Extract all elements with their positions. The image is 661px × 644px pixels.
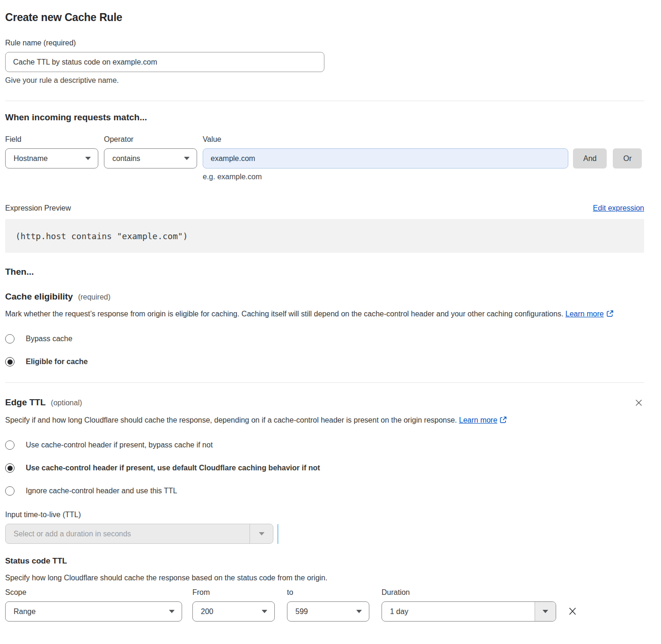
cache-eligibility-description-text: Mark whether the request’s response from… [5,310,563,318]
section-divider [5,382,644,383]
status-code-ttl-description: Specify how long Cloudflare should cache… [5,574,644,582]
value-label: Value [203,135,568,144]
radio-selected-icon [5,463,15,473]
radio-eligible-for-cache-label: Eligible for cache [26,358,88,366]
value-helper: e.g. example.com [203,173,568,181]
external-link-icon [499,416,507,424]
chevron-down-icon [184,157,190,160]
expression-code: (http.host contains "example.com") [15,231,188,241]
chevron-down-icon [356,610,362,613]
page-title: Create new Cache Rule [5,11,644,24]
radio-icon [5,440,15,450]
cache-eligibility-required-tag: (required) [78,293,110,301]
cache-eligibility-header: Cache eligibility (required) [5,292,644,302]
chevron-down-icon [169,610,175,613]
field-select[interactable]: Hostname [5,148,98,168]
scope-select[interactable]: Range [5,601,182,622]
section-divider [5,101,644,101]
value-input[interactable] [203,148,568,168]
rule-name-input[interactable] [5,52,324,72]
radio-icon [5,334,15,344]
expression-preview-row: Expression Preview Edit expression [5,204,644,212]
radio-bypass-cache-label: Bypass cache [26,335,73,343]
and-button[interactable]: And [573,148,607,168]
edge-ttl-close-button[interactable] [633,397,644,408]
ttl-duration-dropdown-toggle[interactable] [250,524,273,543]
remove-icon [567,606,578,616]
operator-label: Operator [104,135,197,144]
from-select[interactable]: 200 [192,601,275,622]
remove-status-ttl-button[interactable] [566,605,579,617]
edge-ttl-heading: Edge TTL [5,397,46,408]
focus-cursor-bar [277,524,279,544]
status-code-ttl-row: Scope Range From 200 to 599 Duration 1 d… [5,588,644,622]
then-heading: Then... [5,267,644,277]
or-button[interactable]: Or [613,148,642,168]
chevron-down-icon [85,157,91,160]
edge-ttl-optional-tag: (optional) [51,399,82,407]
radio-bypass-cache[interactable]: Bypass cache [5,334,73,344]
radio-ignore-header-use-ttl[interactable]: Ignore cache-control header and use this… [5,486,177,496]
radio-use-header-bypass-if-not[interactable]: Use cache-control header if present, byp… [5,440,213,450]
operator-select[interactable]: contains [104,148,197,168]
duration-select[interactable]: 1 day [382,601,556,622]
chevron-down-icon [262,610,267,613]
expression-preview-label: Expression Preview [5,204,71,212]
match-heading: When incoming requests match... [5,112,644,123]
to-label: to [287,588,369,597]
radio-use-header-bypass-if-not-label: Use cache-control header if present, byp… [26,441,213,449]
ttl-input-label: Input time-to-live (TTL) [5,511,644,519]
duration-label: Duration [382,588,556,597]
from-label: From [192,588,275,597]
rule-name-label: Rule name (required) [5,39,644,47]
cache-eligibility-heading: Cache eligibility [5,292,73,302]
duration-dropdown-toggle[interactable] [535,602,556,621]
external-link-icon [606,310,614,317]
to-select[interactable]: 599 [287,601,369,622]
edge-ttl-description-text: Specify if and how long Cloudflare shoul… [5,416,457,424]
field-label: Field [5,135,98,144]
edge-ttl-header: Edge TTL (optional) [5,397,644,408]
scope-select-value: Range [14,607,36,616]
expression-code-block: (http.host contains "example.com") [5,219,644,253]
operator-select-value: contains [112,154,140,163]
radio-ignore-header-use-ttl-label: Ignore cache-control header and use this… [26,487,177,495]
from-select-value: 200 [201,607,213,616]
close-icon [634,398,643,407]
rule-name-group: Rule name (required) Give your rule a de… [5,39,644,85]
ttl-input-row: Select or add a duration in seconds [5,524,644,544]
match-expression-row: Field Hostname Operator contains Value e… [5,135,644,181]
radio-icon [5,486,15,496]
rule-name-helper: Give your rule a descriptive name. [5,76,644,85]
status-code-ttl-heading: Status code TTL [5,556,644,566]
radio-use-header-default-if-not[interactable]: Use cache-control header if present, use… [5,463,320,473]
cache-eligibility-learn-more-link[interactable]: Learn more [566,310,604,318]
radio-selected-icon [5,357,15,366]
chevron-down-icon [259,532,264,535]
radio-eligible-for-cache[interactable]: Eligible for cache [5,357,88,366]
ttl-duration-placeholder: Select or add a duration in seconds [6,530,250,538]
radio-use-header-default-if-not-label: Use cache-control header if present, use… [26,464,320,472]
chevron-down-icon [543,610,548,613]
edge-ttl-learn-more-link[interactable]: Learn more [459,416,498,424]
connector-buttons: And Or [573,135,642,181]
duration-select-value: 1 day [382,607,535,616]
scope-label: Scope [5,588,182,597]
cache-eligibility-description: Mark whether the request’s response from… [5,307,636,321]
to-select-value: 599 [295,607,308,616]
field-select-value: Hostname [14,154,48,163]
edit-expression-link[interactable]: Edit expression [593,204,644,212]
create-cache-rule-form: Create new Cache Rule Rule name (require… [0,0,661,636]
ttl-duration-select[interactable]: Select or add a duration in seconds [5,524,273,544]
edge-ttl-description: Specify if and how long Cloudflare shoul… [5,414,636,427]
